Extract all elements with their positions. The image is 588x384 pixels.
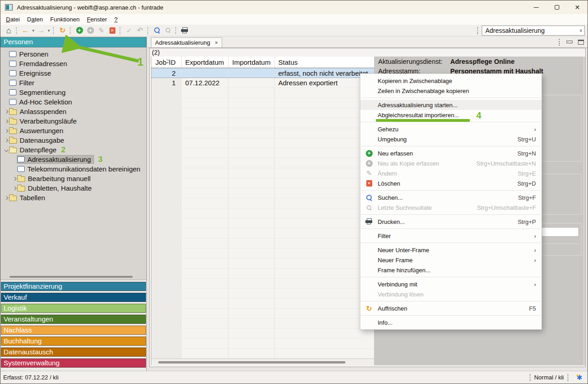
context-menu-item-neuer-unter-frame[interactable]: Neuer Unter-Frame› xyxy=(360,245,541,255)
new-button[interactable] xyxy=(74,26,84,36)
section-veranstaltungen[interactable]: Veranstaltungen xyxy=(1,315,146,324)
context-menu-item-umgebung[interactable]: UmgebungStrg+U xyxy=(360,134,541,144)
cell-status: Adressen exportiert xyxy=(275,78,374,88)
section-buchhaltung[interactable]: Buchhaltung xyxy=(1,337,146,346)
table-horizontal-scrollbar[interactable] xyxy=(151,358,374,365)
expander-collapsed-icon[interactable] xyxy=(3,130,9,132)
tree-item-dubletten-haushalte[interactable]: Dubletten, Haushalte xyxy=(0,183,146,193)
print-button[interactable] xyxy=(180,26,190,36)
tree-item-auswertungen[interactable]: Auswertungen xyxy=(0,126,146,135)
maximize-button[interactable] xyxy=(546,0,567,14)
tab-close-icon[interactable]: × xyxy=(215,40,218,46)
expander-collapsed-icon[interactable] xyxy=(3,197,9,199)
menu-item[interactable]: ? xyxy=(110,15,121,24)
frame-maximize-icon[interactable] xyxy=(578,40,584,45)
tree-item-tabellen[interactable]: Tabellen xyxy=(0,193,146,202)
module-combobox[interactable]: Adressaktualisierung ∨ xyxy=(482,26,585,36)
tree-item-adressaktualisierung[interactable]: Adressaktualisierung3 xyxy=(0,155,146,164)
back-history-dropdown[interactable]: ▾ xyxy=(31,26,36,36)
tree-item-fremdadressen[interactable]: Fremdadressen xyxy=(0,59,146,68)
expander-collapsed-icon[interactable] xyxy=(3,139,9,142)
expander-collapsed-icon[interactable] xyxy=(3,110,9,113)
section-logistik[interactable]: Logistik xyxy=(1,304,146,313)
context-menu-item-frame-hinzufuegen[interactable]: Frame hinzufügen... xyxy=(360,265,541,275)
detail-label: Aktualisierungsdienst: xyxy=(378,58,450,65)
undo-button[interactable]: ↶ xyxy=(135,26,145,36)
last-search-button[interactable] xyxy=(163,26,173,36)
context-menu-item-gehezu[interactable]: Gehezu› xyxy=(360,124,541,134)
section-datenaustausch[interactable]: Datenaustausch xyxy=(1,348,146,357)
tree-horizontal-scrollbar[interactable] xyxy=(0,274,146,280)
expander-collapsed-icon[interactable] xyxy=(11,187,17,190)
toolbar-drag-handle[interactable] xyxy=(477,27,479,34)
frame-minimize-icon[interactable] xyxy=(567,41,572,43)
section-systemverwaltung[interactable]: Systemverwaltung xyxy=(1,358,146,368)
tree-item-datenpflege[interactable]: Datenpflege2 xyxy=(0,145,146,155)
context-menu-item-adressaktualisierung-starten[interactable]: Adressaktualisierung starten... xyxy=(360,100,541,110)
expander-collapsed-icon[interactable] xyxy=(3,120,9,123)
menu-datei[interactable]: Datei xyxy=(2,15,23,24)
menu-funktionen[interactable]: Funktionen xyxy=(47,15,83,24)
close-button[interactable]: ✕ xyxy=(567,0,588,14)
tree-item-ad-hoc-selektion[interactable]: Ad-Hoc Selektion xyxy=(0,97,146,107)
tree-item-segmentierung[interactable]: Segmentierung xyxy=(0,88,146,97)
context-menu-item-neuer-frame[interactable]: Neuer Frame› xyxy=(360,255,541,265)
confirm-button[interactable]: ✓ xyxy=(124,26,134,36)
tree-item-personen[interactable]: Personen xyxy=(0,49,146,59)
scrollbar-thumb[interactable] xyxy=(10,276,133,278)
minimize-button[interactable] xyxy=(526,0,546,14)
forward-history-dropdown[interactable]: ▾ xyxy=(47,26,51,36)
table-row-job-1[interactable]: 107.12.2022Adressen exportiert xyxy=(151,78,374,88)
submenu-arrow-icon: › xyxy=(531,247,536,254)
back-button[interactable]: ← xyxy=(21,26,31,36)
menu-fenster[interactable]: Fenster xyxy=(83,15,110,24)
context-menu-item-loeschen[interactable]: LöschenStrg+D xyxy=(360,178,541,188)
tree-item-telekommunikationsdaten-bereinigen[interactable]: Telekommunikationsdaten bereinigen xyxy=(0,164,146,174)
refresh-icon xyxy=(366,304,372,313)
menu-separator xyxy=(361,301,541,301)
tab-adressaktualisierung[interactable]: Adressaktualisierung × xyxy=(151,37,222,47)
tree-item-anlassspenden[interactable]: Anlassspenden xyxy=(0,107,146,116)
tree-item-datenausgabe[interactable]: Datenausgabe xyxy=(0,135,146,145)
expander-expanded-icon[interactable] xyxy=(3,149,9,151)
context-menu-item-drucken[interactable]: Drucken...Strg+P xyxy=(360,217,541,227)
column-header-exportdatum[interactable]: Exportdatum xyxy=(182,57,229,67)
search-icon xyxy=(366,194,373,201)
settings-gear-icon[interactable] xyxy=(576,374,584,382)
new-copy-button[interactable] xyxy=(85,26,95,36)
home-button[interactable]: ⌂ xyxy=(4,26,14,36)
menu-separator xyxy=(361,214,541,215)
column-header-status[interactable]: Status xyxy=(275,57,374,67)
details-vertical-scrollbar[interactable] xyxy=(582,57,585,365)
context-menu-item-filter[interactable]: Filter› xyxy=(360,231,541,241)
tree-item-bearbeitung-manuell[interactable]: Bearbeitung manuell xyxy=(0,174,146,183)
kebab-dots-icon[interactable] xyxy=(559,39,560,46)
tree-item-filter[interactable]: Filter xyxy=(0,78,146,88)
sidebar-header-personen[interactable]: Personen xyxy=(0,37,146,47)
tree-item-verarbeitungslaeufe[interactable]: Verarbeitungsläufe xyxy=(0,116,146,126)
table-row-job-2[interactable]: 2erfasst, noch nicht verarbeitet xyxy=(151,68,374,78)
expander-collapsed-icon[interactable] xyxy=(11,177,17,180)
edit-button[interactable] xyxy=(96,26,106,36)
refresh-button[interactable] xyxy=(57,26,68,36)
context-menu-item-abgleichsresultat-importieren[interactable]: Abgleichsresultat importieren...4 xyxy=(360,110,541,120)
section-verkauf[interactable]: Verkauf xyxy=(1,293,146,302)
section-nachlass[interactable]: Nachlass xyxy=(1,326,146,335)
context-menu-item-neu-erfassen[interactable]: Neu erfassenStrg+N xyxy=(360,148,541,158)
menu-daten[interactable]: Daten xyxy=(23,15,47,24)
folder-icon xyxy=(17,186,25,192)
tree-item-ereignisse[interactable]: Ereignisse xyxy=(0,68,146,78)
context-menu-item-kopieren-in-zwischenablage[interactable]: Kopieren in Zwischenablage xyxy=(360,76,541,86)
context-menu-item-suchen[interactable]: Suchen...Strg+F xyxy=(360,192,541,202)
scrollbar-thumb[interactable] xyxy=(158,361,345,363)
context-menu-item-zeilen-in-zwischenablage-kopieren[interactable]: Zeilen in Zwischenablage kopieren xyxy=(360,86,541,96)
forward-button[interactable]: → xyxy=(36,26,46,36)
column-header-importdatum[interactable]: Importdatum xyxy=(229,57,275,67)
search-button[interactable] xyxy=(152,26,162,36)
column-header-job-id[interactable]: Job-ID xyxy=(151,57,182,67)
section-projektfinanzierung[interactable]: Projektfinanzierung xyxy=(1,282,146,291)
delete-button[interactable] xyxy=(107,26,117,36)
context-menu-item-info[interactable]: Info... xyxy=(360,317,541,327)
context-menu-item-verbindung-mit[interactable]: Verbindung mit› xyxy=(360,279,541,289)
context-menu-item-auffrischen[interactable]: AuffrischenF5 xyxy=(360,303,541,313)
